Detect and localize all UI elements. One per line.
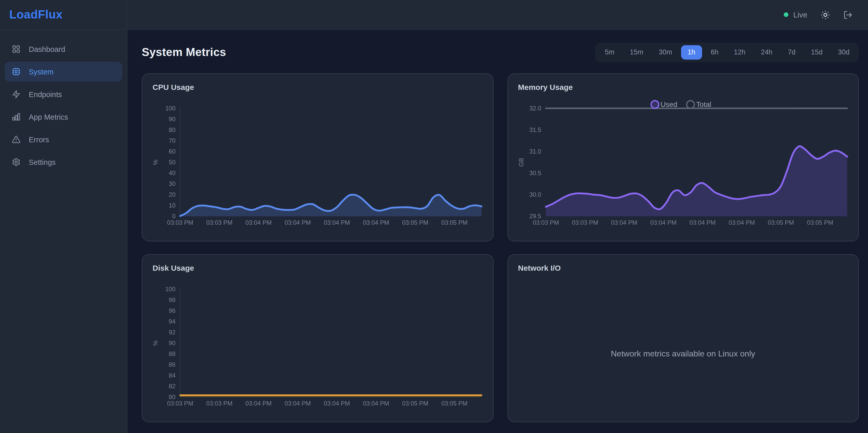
svg-text:03:04 PM: 03:04 PM [245, 400, 272, 407]
sidebar-item-errors[interactable]: Errors [5, 129, 122, 150]
card-title: Disk Usage [153, 264, 483, 272]
sidebar-item-endpoints[interactable]: Endpoints [5, 84, 122, 104]
disk-chart: 80828486889092949698100%03:03 PM03:03 PM… [153, 277, 483, 413]
time-range-5m[interactable]: 5m [598, 45, 621, 59]
svg-text:96: 96 [169, 307, 176, 314]
live-indicator: Live [784, 10, 807, 19]
svg-text:03:04 PM: 03:04 PM [689, 219, 715, 226]
svg-text:03:04 PM: 03:04 PM [324, 400, 350, 407]
svg-text:32.0: 32.0 [529, 105, 541, 112]
svg-text:GB: GB [518, 158, 524, 167]
svg-text:10: 10 [169, 202, 176, 209]
sidebar-item-label: App Metrics [29, 113, 68, 121]
sidebar-item-label: Settings [29, 158, 56, 166]
svg-text:84: 84 [169, 372, 176, 379]
time-range-30m[interactable]: 30m [652, 45, 679, 59]
svg-text:20: 20 [169, 191, 176, 198]
sidebar-item-system[interactable]: System [5, 62, 122, 82]
svg-text:03:04 PM: 03:04 PM [363, 219, 389, 226]
time-range-selector: 5m 15m 30m 1h 6h 12h 24h 7d 15d 30d [595, 42, 859, 62]
sidebar: LoadFlux Dashboard System Endpoints App … [0, 0, 127, 433]
svg-text:03:05 PM: 03:05 PM [402, 219, 428, 226]
svg-text:30.5: 30.5 [529, 169, 541, 177]
svg-text:03:04 PM: 03:04 PM [363, 400, 389, 407]
svg-text:%: % [152, 340, 159, 346]
svg-text:03:03 PM: 03:03 PM [206, 400, 232, 407]
svg-text:03:05 PM: 03:05 PM [807, 219, 833, 226]
svg-text:29.5: 29.5 [529, 213, 541, 220]
logout-button[interactable] [843, 10, 852, 19]
grid-icon [12, 45, 21, 54]
cpu-chart: 0102030405060708090100%03:03 PM03:03 PM0… [153, 97, 483, 232]
svg-text:03:05 PM: 03:05 PM [402, 400, 428, 407]
svg-text:03:03 PM: 03:03 PM [167, 400, 193, 407]
sidebar-item-label: Errors [29, 135, 49, 144]
svg-text:03:04 PM: 03:04 PM [284, 219, 311, 226]
svg-text:100: 100 [165, 105, 176, 112]
svg-text:03:04 PM: 03:04 PM [245, 219, 272, 226]
charts-grid: CPU Usage 0102030405060708090100%03:03 P… [142, 73, 859, 422]
main-column: Live System Metrics 5m 15m 30m 1h 6h 12h [127, 0, 868, 433]
cpu-usage-card: CPU Usage 0102030405060708090100%03:03 P… [142, 73, 493, 241]
time-range-30d[interactable]: 30d [831, 45, 856, 59]
gear-icon [12, 158, 21, 166]
svg-text:50: 50 [169, 159, 176, 166]
time-range-15d[interactable]: 15d [804, 45, 829, 59]
svg-text:03:04 PM: 03:04 PM [611, 219, 637, 226]
time-range-15m[interactable]: 15m [623, 45, 650, 59]
svg-text:03:05 PM: 03:05 PM [441, 400, 467, 407]
svg-text:88: 88 [169, 350, 176, 357]
svg-text:30: 30 [169, 180, 176, 187]
svg-text:92: 92 [169, 329, 176, 336]
brand-logo: LoadFlux [9, 8, 63, 22]
loadflux-app: LoadFlux Dashboard System Endpoints App … [0, 0, 868, 433]
svg-text:03:04 PM: 03:04 PM [650, 219, 676, 226]
brand-header: LoadFlux [0, 0, 127, 30]
svg-text:82: 82 [169, 383, 176, 390]
svg-text:94: 94 [169, 318, 176, 325]
cpu-icon [12, 67, 21, 76]
live-status-dot [784, 12, 789, 17]
live-label: Live [793, 10, 807, 19]
sun-icon [821, 10, 830, 19]
svg-text:03:05 PM: 03:05 PM [768, 219, 794, 226]
sidebar-item-label: Endpoints [29, 90, 62, 98]
svg-text:03:03 PM: 03:03 PM [206, 219, 232, 226]
svg-text:0: 0 [172, 213, 176, 220]
time-range-1h[interactable]: 1h [681, 45, 702, 59]
svg-text:03:03 PM: 03:03 PM [572, 219, 598, 226]
svg-text:70: 70 [169, 137, 176, 144]
svg-text:03:05 PM: 03:05 PM [441, 219, 467, 226]
time-range-6h[interactable]: 6h [704, 45, 725, 59]
svg-text:03:03 PM: 03:03 PM [532, 219, 559, 226]
topbar: Live [127, 0, 868, 30]
svg-text:%: % [152, 159, 159, 165]
svg-text:03:04 PM: 03:04 PM [324, 219, 350, 226]
time-range-12h[interactable]: 12h [727, 45, 752, 59]
svg-text:03:04 PM: 03:04 PM [728, 219, 754, 226]
svg-text:86: 86 [169, 361, 176, 368]
svg-text:40: 40 [169, 169, 176, 177]
svg-text:80: 80 [169, 126, 176, 133]
svg-text:Used: Used [660, 100, 677, 109]
svg-text:60: 60 [169, 148, 176, 155]
svg-text:31.0: 31.0 [529, 148, 541, 155]
sidebar-item-dashboard[interactable]: Dashboard [5, 39, 122, 59]
theme-toggle-button[interactable] [821, 10, 830, 19]
sidebar-nav: Dashboard System Endpoints App Metrics E… [0, 30, 127, 184]
sidebar-item-settings[interactable]: Settings [5, 152, 122, 172]
svg-text:80: 80 [169, 394, 176, 400]
svg-text:98: 98 [169, 297, 176, 303]
time-range-7d[interactable]: 7d [781, 45, 802, 59]
content-area: System Metrics 5m 15m 30m 1h 6h 12h 24h … [127, 30, 868, 433]
disk-usage-card: Disk Usage 80828486889092949698100%03:03… [142, 254, 493, 422]
page-header: System Metrics 5m 15m 30m 1h 6h 12h 24h … [142, 42, 859, 62]
svg-text:Total: Total [696, 100, 711, 109]
alert-triangle-icon [12, 135, 21, 144]
time-range-24h[interactable]: 24h [754, 45, 779, 59]
svg-text:90: 90 [169, 340, 176, 346]
svg-text:03:04 PM: 03:04 PM [284, 400, 311, 407]
sidebar-item-app-metrics[interactable]: App Metrics [5, 107, 122, 127]
memory-chart: 29.530.030.531.031.532.0GB03:03 PM03:03 … [518, 97, 848, 232]
network-empty-message: Network metrics available on Linux only [611, 349, 755, 359]
